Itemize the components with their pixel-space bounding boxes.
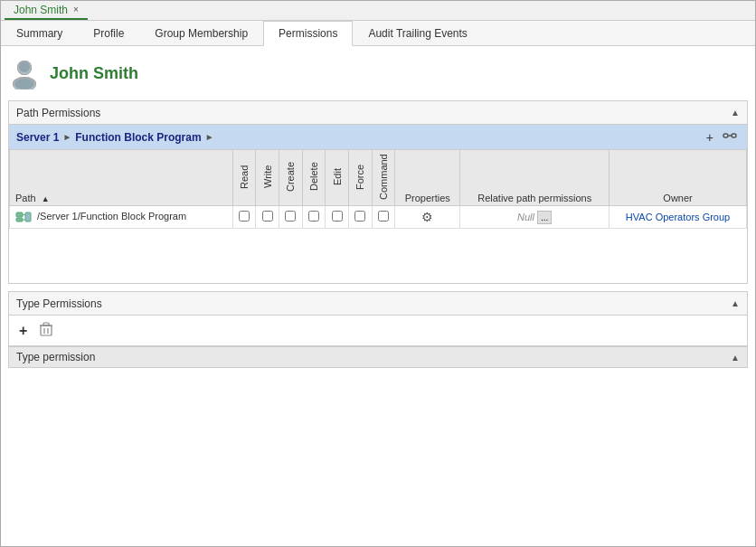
delete-checkbox[interactable] bbox=[308, 211, 319, 222]
col-read: Read bbox=[232, 150, 256, 206]
svg-rect-11 bbox=[16, 212, 23, 217]
col-delete: Delete bbox=[302, 150, 326, 206]
type-permissions-section: Type Permissions ▲ + Type permission bbox=[8, 291, 748, 368]
path-permissions-header: Path Permissions ▲ bbox=[9, 101, 747, 125]
main-window: John Smith × Summary Profile Group Membe… bbox=[0, 0, 756, 547]
add-type-permission-button[interactable]: + bbox=[16, 322, 30, 340]
create-checkbox[interactable] bbox=[285, 211, 296, 222]
tab-group-membership[interactable]: Group Membership bbox=[139, 21, 263, 45]
owner-link[interactable]: HVAC Operators Group bbox=[626, 212, 730, 222]
svg-rect-16 bbox=[41, 325, 52, 335]
svg-point-6 bbox=[19, 61, 30, 72]
tab-audit-trailing-events[interactable]: Audit Trailing Events bbox=[353, 21, 482, 45]
delete-type-permission-button[interactable] bbox=[37, 321, 55, 340]
table-row: /Server 1/Function Block Program ⚙ bbox=[10, 206, 747, 229]
svg-rect-15 bbox=[25, 212, 31, 222]
path-permissions-table: Path ▲ Read Write Create Delete Edit For… bbox=[9, 149, 747, 229]
force-checkbox[interactable] bbox=[354, 211, 365, 222]
edit-cell[interactable] bbox=[326, 206, 349, 229]
type-permissions-header: Type Permissions ▲ bbox=[9, 292, 747, 316]
path-breadcrumb: Server 1 ► Function Block Program ► + bbox=[9, 125, 747, 149]
type-permissions-title: Type Permissions bbox=[16, 297, 102, 310]
read-checkbox[interactable] bbox=[239, 211, 250, 222]
type-permission-column-header: Type permission ▲ bbox=[9, 346, 747, 367]
svg-rect-8 bbox=[723, 134, 728, 137]
path-permissions-empty-area bbox=[9, 229, 747, 283]
link-icon bbox=[723, 129, 737, 142]
tab-permissions[interactable]: Permissions bbox=[263, 21, 353, 46]
avatar bbox=[8, 57, 41, 90]
sort-arrow-icon: ▲ bbox=[42, 194, 50, 203]
properties-cell[interactable]: ⚙ bbox=[395, 206, 460, 229]
top-tab-john-smith[interactable]: John Smith × bbox=[5, 2, 88, 20]
col-create: Create bbox=[279, 150, 303, 206]
col-path: Path ▲ bbox=[10, 150, 233, 206]
path-node-icon bbox=[15, 211, 32, 223]
command-checkbox[interactable] bbox=[378, 211, 389, 222]
type-permissions-collapse-icon[interactable]: ▲ bbox=[731, 298, 740, 308]
close-icon[interactable]: × bbox=[73, 5, 79, 14]
type-permission-col-label: Type permission bbox=[16, 351, 95, 363]
content-area: John Smith Path Permissions ▲ Server 1 ►… bbox=[1, 46, 755, 546]
breadcrumb-arrow2: ► bbox=[205, 132, 214, 142]
edit-checkbox[interactable] bbox=[332, 211, 343, 222]
user-name: John Smith bbox=[50, 64, 138, 83]
svg-rect-9 bbox=[732, 134, 736, 137]
path-permissions-section: Path Permissions ▲ Server 1 ► Function B… bbox=[8, 100, 748, 284]
relative-path-cell: Null ... bbox=[460, 206, 610, 229]
trash-icon bbox=[40, 322, 52, 336]
link-path-button[interactable] bbox=[720, 128, 740, 146]
force-cell[interactable] bbox=[348, 206, 372, 229]
col-write: Write bbox=[256, 150, 279, 206]
col-relative-path-permissions: Relative path permissions bbox=[460, 150, 610, 206]
breadcrumb-actions: + bbox=[704, 128, 740, 146]
svg-rect-12 bbox=[16, 218, 23, 222]
relative-path-ellipsis-button[interactable]: ... bbox=[537, 211, 552, 224]
path-cell: /Server 1/Function Block Program bbox=[10, 206, 233, 229]
delete-cell[interactable] bbox=[302, 206, 326, 229]
top-tab-bar: John Smith × bbox=[1, 1, 755, 21]
col-owner: Owner bbox=[610, 150, 747, 206]
path-permissions-title: Path Permissions bbox=[16, 107, 100, 119]
breadcrumb-arrow1: ► bbox=[62, 132, 71, 142]
col-force: Force bbox=[348, 150, 372, 206]
breadcrumb-server[interactable]: Server 1 bbox=[16, 131, 59, 144]
top-tab-label: John Smith bbox=[14, 4, 68, 16]
write-checkbox[interactable] bbox=[262, 211, 273, 222]
null-value: Null bbox=[517, 212, 534, 222]
col-properties: Properties bbox=[395, 150, 460, 206]
tab-summary[interactable]: Summary bbox=[1, 21, 78, 45]
breadcrumb-path[interactable]: Function Block Program bbox=[75, 131, 201, 144]
create-cell[interactable] bbox=[279, 206, 303, 229]
gear-icon[interactable]: ⚙ bbox=[421, 210, 433, 224]
path-value: /Server 1/Function Block Program bbox=[37, 211, 186, 222]
svg-rect-20 bbox=[43, 323, 49, 325]
read-cell[interactable] bbox=[232, 206, 256, 229]
write-cell[interactable] bbox=[256, 206, 279, 229]
col-edit: Edit bbox=[326, 150, 349, 206]
command-cell[interactable] bbox=[372, 206, 395, 229]
owner-cell: HVAC Operators Group bbox=[610, 206, 747, 229]
user-header: John Smith bbox=[8, 53, 748, 93]
main-tabs: Summary Profile Group Membership Permiss… bbox=[1, 21, 755, 46]
tab-profile[interactable]: Profile bbox=[78, 21, 139, 45]
col-command: Command bbox=[372, 150, 395, 206]
type-permissions-actions: + bbox=[9, 316, 747, 346]
path-permissions-collapse-icon[interactable]: ▲ bbox=[731, 108, 740, 118]
svg-point-7 bbox=[14, 79, 34, 90]
type-permission-sort-icon[interactable]: ▲ bbox=[731, 353, 740, 363]
add-path-button[interactable]: + bbox=[704, 128, 716, 146]
